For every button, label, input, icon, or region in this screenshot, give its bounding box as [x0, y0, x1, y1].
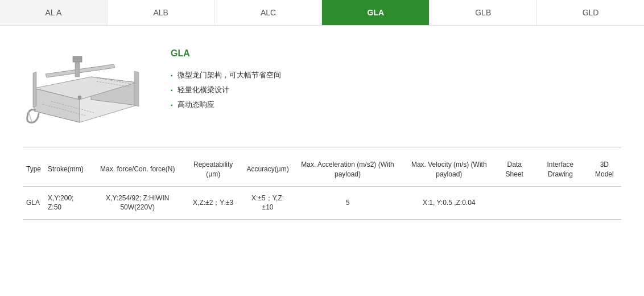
feature-list: 微型龙门架构，可大幅节省空间轻量化横梁设计高动态响应: [171, 68, 621, 112]
tab-ala[interactable]: AL A: [0, 0, 108, 25]
col-header-type: Type: [23, 153, 44, 186]
svg-rect-8: [73, 56, 82, 62]
svg-marker-5: [134, 71, 139, 106]
cell-datasheet: [496, 186, 533, 220]
product-svg: [23, 43, 148, 134]
tab-glb[interactable]: GLB: [430, 0, 537, 25]
feature-item: 微型龙门架构，可大幅节省空间: [171, 68, 621, 83]
cell-drawing: [533, 186, 588, 220]
product-info: GLA 微型龙门架构，可大幅节省空间轻量化横梁设计高动态响应: [171, 43, 621, 112]
feature-item: 轻量化横梁设计: [171, 83, 621, 97]
table-head: TypeStroke(mm)Max. force/Con. force(N)Re…: [23, 153, 621, 186]
product-section: GLA 微型龙门架构，可大幅节省空间轻量化横梁设计高动态响应: [0, 26, 644, 147]
cell-acceleration: 5: [293, 186, 402, 220]
cell-stroke: X,Y:200; Z:50: [44, 186, 92, 220]
col-header-datasheet: Data Sheet: [496, 153, 533, 186]
cell-type: GLA: [23, 186, 44, 220]
product-title: GLA: [171, 48, 621, 59]
col-header-accuracy: Accuracy(μm): [242, 153, 292, 186]
col-header-stroke: Stroke(mm): [44, 153, 92, 186]
feature-item: 高动态响应: [171, 97, 621, 112]
col-header-model3d: 3D Model: [588, 153, 621, 186]
tab-gld[interactable]: GLD: [537, 0, 644, 25]
svg-point-9: [78, 96, 81, 99]
header-row: TypeStroke(mm)Max. force/Con. force(N)Re…: [23, 153, 621, 186]
cell-accuracy: X:±5；Y,Z:±10: [242, 186, 292, 220]
cell-velocity: X:1, Y:0.5 ,Z:0.04: [402, 186, 496, 220]
tab-alb[interactable]: ALB: [108, 0, 215, 25]
specs-table: TypeStroke(mm)Max. force/Con. force(N)Re…: [23, 153, 621, 220]
col-header-repeatability: Repeatability (μm): [184, 153, 242, 186]
section-divider: [23, 147, 621, 147]
col-header-velocity: Max. Velocity (m/s) (With payload): [402, 153, 496, 186]
table-row: GLAX,Y:200; Z:50X,Y:254/92; Z:HIWIN 50W(…: [23, 186, 621, 220]
svg-marker-6: [46, 64, 115, 77]
cell-force: X,Y:254/92; Z:HIWIN 50W(220V): [92, 186, 184, 220]
svg-rect-4: [33, 72, 36, 107]
tab-bar: AL AALBALCGLAGLBGLD: [0, 0, 644, 26]
cell-repeatability: X,Z:±2；Y:±3: [184, 186, 242, 220]
tab-alc[interactable]: ALC: [215, 0, 323, 25]
col-header-drawing: Interface Drawing: [533, 153, 588, 186]
cell-model3d: [588, 186, 621, 220]
table-body: GLAX,Y:200; Z:50X,Y:254/92; Z:HIWIN 50W(…: [23, 186, 621, 220]
tab-gla[interactable]: GLA: [322, 0, 430, 25]
col-header-acceleration: Max. Acceleration (m/s2) (With payload): [293, 153, 402, 186]
product-image: [23, 43, 148, 135]
table-section: TypeStroke(mm)Max. force/Con. force(N)Re…: [0, 153, 644, 237]
col-header-force: Max. force/Con. force(N): [92, 153, 184, 186]
